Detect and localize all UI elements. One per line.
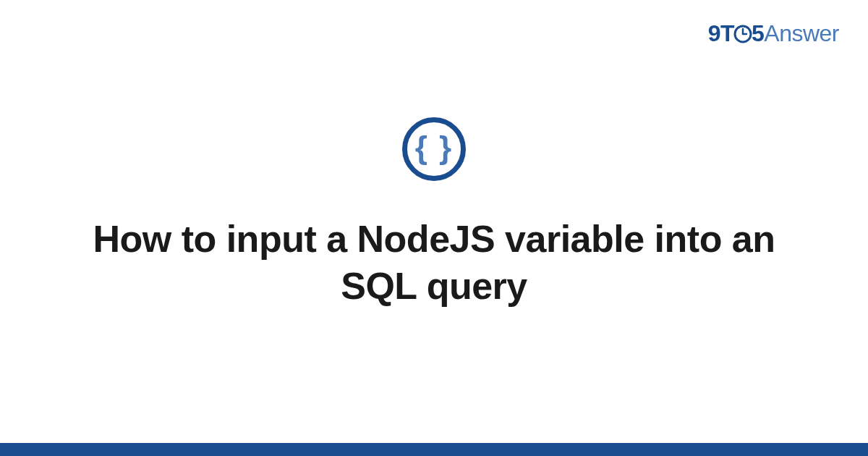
braces-glyph: { }	[415, 132, 453, 164]
code-braces-icon: { }	[402, 117, 466, 181]
footer-accent-bar	[0, 443, 868, 456]
page-title: How to input a NodeJS variable into an S…	[72, 216, 796, 310]
main-content: { } How to input a NodeJS variable into …	[0, 0, 868, 456]
